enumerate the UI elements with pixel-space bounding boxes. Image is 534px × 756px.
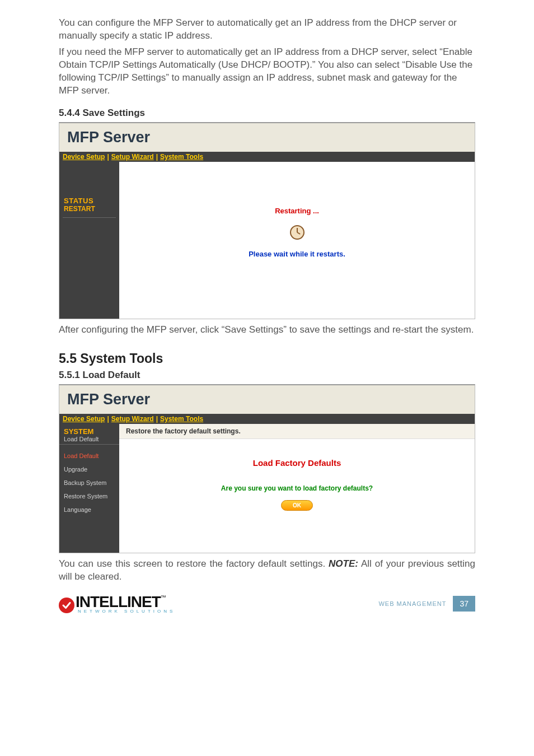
- note-label: NOTE:: [329, 558, 358, 569]
- mfp-server-load-default-panel: MFP Server Device Setup|Setup Wizard|Sys…: [59, 384, 475, 553]
- sidebar-item-load-default[interactable]: Load Default: [59, 449, 119, 463]
- sidebar: STATUS RESTART: [59, 162, 119, 319]
- content-pane-restart: Restarting ... Please wait while it rest…: [119, 162, 475, 319]
- nav-system-tools[interactable]: System Tools: [160, 153, 203, 161]
- nav-separator: |: [105, 415, 111, 423]
- page-number-badge: 37: [453, 596, 475, 612]
- footer-section-label: WEB MANAGEMENT: [378, 600, 446, 607]
- sidebar-divider: [63, 217, 116, 218]
- sidebar-item-restore-system[interactable]: Restore System: [59, 489, 119, 503]
- heading-5-4-4: 5.4.4 Save Settings: [59, 108, 475, 119]
- brand-tagline: NETWORK SOLUTIONS: [78, 609, 175, 614]
- clock-icon: [290, 225, 305, 240]
- confirm-question: Are you sure you want to load factory de…: [119, 484, 475, 492]
- mfp-server-restart-panel: MFP Server Device Setup|Setup Wizard|Sys…: [59, 122, 475, 319]
- page-footer: INTELLINET™ NETWORK SOLUTIONS WEB MANAGE…: [59, 593, 475, 614]
- nav-setup-wizard[interactable]: Setup Wizard: [111, 415, 154, 423]
- ok-button[interactable]: OK: [281, 500, 313, 511]
- sidebar-subtitle: Load Default: [64, 436, 115, 442]
- panel-header: MFP Server: [59, 123, 475, 152]
- sidebar: SYSTEM Load Default Load Default Upgrade…: [59, 424, 119, 553]
- nav-row: Device Setup|Setup Wizard|System Tools: [59, 414, 475, 424]
- after-panel-1-text: After configuring the MFP server, click …: [59, 324, 475, 337]
- sidebar-item-upgrade[interactable]: Upgrade: [59, 463, 119, 476]
- nav-row: Device Setup|Setup Wizard|System Tools: [59, 152, 475, 162]
- content-pane-load-default: Restore the factory default settings. Lo…: [119, 424, 475, 553]
- note-pre: You can use this screen to restore the f…: [59, 558, 329, 569]
- load-factory-defaults-title: Load Factory Defaults: [119, 458, 475, 468]
- note-text: You can use this screen to restore the f…: [59, 558, 475, 584]
- nav-separator: |: [105, 153, 111, 161]
- panel-header: MFP Server: [59, 385, 475, 414]
- pane-caption: Restore the factory default settings.: [119, 424, 475, 439]
- sidebar-restart-label: RESTART: [64, 205, 115, 213]
- check-icon: [59, 598, 74, 613]
- intro-paragraph-2: If you need the MFP server to automatica…: [59, 46, 475, 97]
- sidebar-status-label: STATUS: [64, 197, 115, 205]
- sidebar-system-label: SYSTEM: [64, 427, 115, 436]
- nav-separator: |: [154, 153, 160, 161]
- please-wait-text: Please wait while it restarts.: [119, 250, 475, 258]
- panel-title: MFP Server: [67, 129, 150, 146]
- nav-device-setup[interactable]: Device Setup: [63, 415, 105, 423]
- nav-system-tools[interactable]: System Tools: [160, 415, 203, 423]
- trademark-icon: ™: [161, 594, 166, 600]
- intro-paragraph-1: You can configure the MFP Server to auto…: [59, 17, 475, 43]
- restarting-text: Restarting ...: [119, 207, 475, 215]
- sidebar-item-language[interactable]: Language: [59, 503, 119, 516]
- nav-separator: |: [154, 415, 160, 423]
- panel-title: MFP Server: [67, 391, 150, 408]
- heading-5-5: 5.5 System Tools: [59, 351, 475, 366]
- nav-device-setup[interactable]: Device Setup: [63, 153, 105, 161]
- heading-5-5-1: 5.5.1 Load Default: [59, 370, 475, 381]
- sidebar-item-backup-system[interactable]: Backup System: [59, 476, 119, 489]
- nav-setup-wizard[interactable]: Setup Wizard: [111, 153, 154, 161]
